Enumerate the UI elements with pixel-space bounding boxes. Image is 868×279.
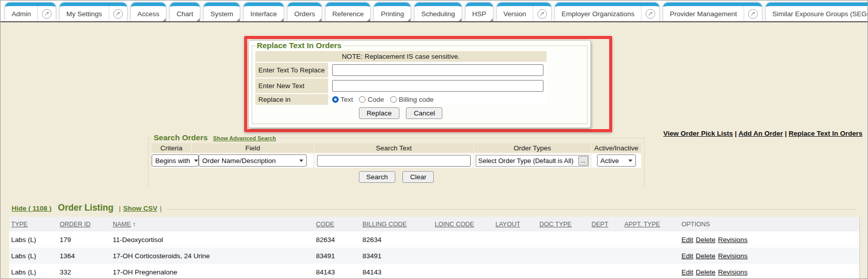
order-col-loinc-code: LOINC CODE (433, 217, 493, 231)
column-header-label[interactable]: ORDER ID (60, 221, 90, 228)
column-header-label[interactable]: BILLING CODE (362, 221, 407, 228)
column-header-label[interactable]: CODE (316, 221, 334, 228)
radio-icon[interactable] (390, 96, 397, 103)
nav-tab-hsp[interactable]: HSP (466, 3, 493, 21)
order-cell (493, 248, 537, 264)
column-header-label[interactable]: APPT. TYPE (624, 221, 660, 228)
row-revisions-link[interactable]: Revisions (718, 236, 748, 244)
nav-tab-interface[interactable]: Interface (244, 3, 284, 21)
order-col-type: TYPE (9, 217, 58, 231)
popout-segment[interactable]: ↗ (109, 6, 127, 21)
order-table-header-row: TYPEORDER IDNAME↑CODEBILLING CODELOINC C… (9, 217, 860, 231)
nav-tab-label: Access (131, 6, 166, 21)
row-edit-link[interactable]: Edit (681, 252, 693, 260)
nav-tab-admin[interactable]: Admin↗ (5, 3, 56, 21)
nav-tab-orders[interactable]: Orders (288, 3, 322, 21)
nav-tab-system[interactable]: System (204, 3, 240, 21)
order-cell (537, 248, 589, 264)
search-header-row: CriteriaFieldSearch TextOrder TypesActiv… (151, 143, 642, 153)
order-cell: 84143 (314, 264, 360, 279)
chevron-down-icon (299, 160, 303, 162)
order-action-links: View Order Pick Lists | Add An Order | R… (663, 130, 862, 137)
column-header-label[interactable]: DOC TYPE (539, 221, 572, 228)
active-inactive-select[interactable]: Active (597, 154, 636, 167)
nav-tab-version[interactable]: Version↗ (497, 3, 551, 21)
pipe-separator: | (119, 205, 121, 212)
nav-tab-access[interactable]: Access (131, 3, 166, 21)
order-cell (589, 248, 622, 264)
radio-option-billing-code[interactable]: Billing code (390, 96, 434, 103)
nav-tab-label: Admin (5, 6, 37, 21)
row-edit-link[interactable]: Edit (681, 268, 693, 276)
row-delete-link[interactable]: Delete (696, 236, 715, 244)
order-options-cell: EditDeleteRevisions (679, 248, 860, 264)
dropdown-indicator-icon (197, 18, 200, 21)
order-cell: 332 (58, 264, 111, 279)
nav-tab-scheduling[interactable]: Scheduling (415, 3, 462, 21)
hide-listing-link[interactable]: Hide ( 1108 ) (12, 205, 52, 212)
show-csv-link[interactable]: Show CSV (123, 205, 158, 212)
search-col-active-inactive: Active/Inactive (591, 143, 642, 153)
nav-tab-my-settings[interactable]: My Settings↗ (60, 3, 127, 21)
nav-tab-label: Provider Management (663, 6, 744, 21)
column-header-label[interactable]: NAME (113, 221, 131, 228)
action-link-replace-text-in-orders[interactable]: Replace Text In Orders (789, 130, 862, 137)
replace-text-fieldset: Replace Text In Orders NOTE: Replacement… (252, 41, 587, 124)
order-cell: 83491 (360, 248, 433, 264)
column-header-label[interactable]: LOINC CODE (435, 221, 474, 228)
replace-button[interactable]: Replace (359, 107, 399, 119)
search-col-search-text: Search Text (314, 143, 474, 153)
order-cell: 83491 (314, 248, 360, 264)
order-options-cell: EditDeleteRevisions (679, 264, 860, 279)
nav-tab-chart[interactable]: Chart (170, 3, 200, 21)
search-buttons-row: Search Clear (151, 168, 642, 185)
popout-arrow-icon: ↗ (537, 9, 547, 19)
criteria-select[interactable]: Begins with (152, 154, 199, 167)
nav-tab-printing[interactable]: Printing (374, 3, 410, 21)
row-revisions-link[interactable]: Revisions (718, 252, 748, 260)
radio-option-code[interactable]: Code (359, 96, 384, 103)
nav-tab-reference[interactable]: Reference (326, 3, 370, 21)
dropdown-indicator-icon (237, 18, 240, 21)
popout-segment[interactable]: ↗ (37, 6, 56, 21)
dropdown-indicator-icon (281, 18, 284, 21)
csv-link-wrap: |Show CSV| (119, 205, 162, 212)
replace-in-options: TextCodeBilling code (329, 94, 547, 105)
column-header-label[interactable]: TYPE (11, 221, 28, 228)
order-type-picker[interactable]: Select Order Type (Default is All) ... (476, 155, 589, 167)
dropdown-indicator-icon (367, 18, 370, 21)
nav-tab-label: Interface (244, 6, 284, 21)
popout-segment[interactable]: ↗ (641, 6, 659, 21)
replace-form-row: Enter New Text (255, 78, 547, 94)
nav-tab-label: Version (497, 6, 533, 21)
nav-tab-provider-management[interactable]: Provider Management↗ (663, 3, 762, 21)
order-col-options: OPTIONS (679, 217, 860, 231)
row-delete-link[interactable]: Delete (696, 268, 715, 276)
popout-arrow-icon: ↗ (748, 9, 758, 19)
search-button[interactable]: Search (359, 171, 396, 183)
column-header-label[interactable]: DEPT (591, 221, 608, 228)
popout-segment[interactable]: ↗ (533, 6, 551, 21)
dropdown-indicator-icon (407, 18, 410, 21)
order-col-name: NAME↑ (111, 217, 314, 231)
nav-tab-similar-exposure-groups-segs[interactable]: Similar Exposure Groups (SEGs)↗ (766, 3, 867, 21)
radio-icon[interactable] (359, 96, 366, 103)
row-delete-link[interactable]: Delete (696, 252, 715, 260)
search-text-input[interactable] (317, 155, 471, 167)
text-input-enter-new-text[interactable] (332, 80, 543, 92)
nav-tab-employer-organizations[interactable]: Employer Organizations↗ (555, 3, 659, 21)
show-advanced-search-link[interactable]: Show Advanced Search (213, 135, 276, 141)
action-link-view-order-pick-lists[interactable]: View Order Pick Lists (663, 130, 733, 137)
row-edit-link[interactable]: Edit (681, 236, 693, 244)
cancel-button[interactable]: Cancel (406, 107, 442, 119)
popout-segment[interactable]: ↗ (744, 6, 762, 21)
field-select[interactable]: Order Name/Description (199, 154, 307, 167)
order-type-browse-button[interactable]: ... (578, 156, 588, 166)
clear-button[interactable]: Clear (402, 171, 434, 183)
text-input-enter-text-to-replace[interactable] (332, 64, 543, 76)
radio-icon[interactable] (332, 96, 339, 103)
radio-option-text[interactable]: Text (332, 96, 353, 103)
row-revisions-link[interactable]: Revisions (718, 268, 748, 276)
column-header-label[interactable]: LAYOUT (495, 221, 520, 228)
action-link-add-an-order[interactable]: Add An Order (739, 130, 783, 137)
